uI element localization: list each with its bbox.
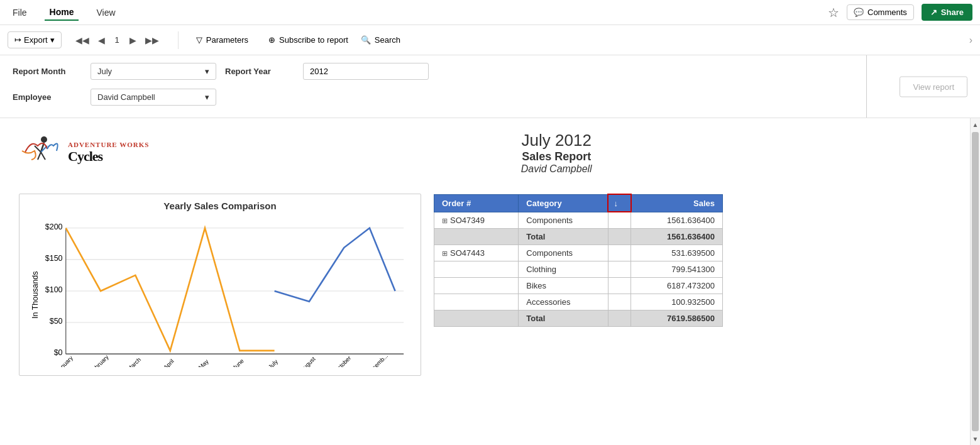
sales-cell: 1561.636400 — [631, 212, 723, 228]
search-button[interactable]: 🔍 Search — [361, 35, 400, 45]
menu-right-actions: ☆ 💬 Comments ↗ Share — [828, 4, 972, 21]
employee-value: David Campbell — [97, 92, 155, 102]
param-group-1: Report Month July ▾ Report Year Employee… — [13, 63, 429, 106]
sales-cell: 531.639500 — [631, 244, 723, 261]
report-month-row: Report Month July ▾ Report Year — [13, 63, 429, 80]
sales-cell: 799.541300 — [631, 261, 723, 277]
parameters-icon: ▽ — [196, 35, 202, 45]
total-value-cell: 7619.586500 — [631, 310, 723, 326]
sort-spacer — [608, 261, 630, 277]
logo-text: ADVENTURE WORKS Cycles — [68, 141, 149, 165]
comments-button[interactable]: 💬 Comments — [847, 4, 914, 20]
svg-text:$200: $200 — [45, 222, 63, 231]
total-text-cell: Total — [519, 310, 608, 326]
export-icon: ↦ — [14, 35, 21, 45]
total-spacer — [608, 228, 630, 244]
report-title-block: July 2012 Sales Report David Campbell — [162, 131, 951, 175]
toolbar-expand-button[interactable]: › — [969, 35, 972, 46]
table-row: Bikes 6187.473200 — [434, 277, 723, 294]
sort-button[interactable]: ↓ — [608, 194, 630, 212]
category-cell: Accessories — [519, 294, 608, 310]
report-body: Yearly Sales Comparison $200 $150 $100 $… — [0, 187, 970, 382]
report-title: Sales Report — [162, 150, 951, 163]
export-button[interactable]: ↦ Export ▾ — [8, 31, 62, 48]
sales-table-container: Order # Category ↓ Sales ⊞SO47349 Com — [434, 194, 723, 376]
dropdown-icon: ▾ — [205, 67, 209, 76]
favorite-button[interactable]: ☆ — [828, 5, 839, 20]
employee-select[interactable]: David Campbell ▾ — [91, 89, 216, 106]
sort-spacer — [608, 277, 630, 294]
search-icon: 🔍 — [361, 35, 371, 45]
order-cell-empty — [434, 261, 519, 277]
share-icon: ↗ — [930, 8, 937, 17]
table-row: ⊞SO47443 Components 531.639500 — [434, 244, 723, 261]
table-row: Accessories 100.932500 — [434, 294, 723, 310]
table-row: ⊞SO47349 Components 1561.636400 — [434, 212, 723, 228]
view-report-button[interactable]: View report — [900, 76, 967, 97]
svg-point-0 — [41, 136, 47, 143]
scroll-down-button[interactable]: ▼ — [971, 432, 980, 445]
share-button[interactable]: ↗ Share — [922, 4, 972, 21]
prev-page-button[interactable]: ◀ — [94, 33, 109, 48]
sales-table: Order # Category ↓ Sales ⊞SO47349 Com — [434, 194, 723, 327]
svg-text:Decemb...: Decemb... — [365, 352, 389, 367]
employee-row: Employee David Campbell ▾ — [13, 89, 429, 106]
page-number: 1 — [110, 35, 124, 45]
vertical-scrollbar[interactable]: ▲ ▼ — [970, 118, 980, 445]
order-cell: ⊞SO47443 — [434, 244, 519, 261]
scroll-thumb[interactable] — [972, 132, 979, 431]
subscribe-icon: ⊕ — [268, 35, 275, 45]
menu-view[interactable]: View — [91, 5, 120, 20]
svg-text:February: February — [88, 353, 110, 367]
menu-file[interactable]: File — [8, 5, 32, 20]
svg-text:$100: $100 — [45, 285, 63, 294]
last-page-button[interactable]: ▶▶ — [141, 33, 163, 48]
category-cell: Components — [519, 244, 608, 261]
total-spacer — [608, 310, 630, 326]
svg-text:August: August — [299, 355, 317, 367]
category-cell: Components — [519, 212, 608, 228]
order-cell-empty — [434, 277, 519, 294]
logo: ADVENTURE WORKS Cycles — [19, 133, 149, 173]
svg-text:June: June — [231, 357, 245, 367]
report-employee: David Campbell — [162, 163, 951, 175]
scroll-up-button[interactable]: ▲ — [971, 118, 980, 131]
svg-text:May: May — [197, 358, 210, 367]
yearly-sales-chart: Yearly Sales Comparison $200 $150 $100 $… — [19, 194, 421, 376]
order-cell: ⊞SO47349 — [434, 212, 519, 228]
total-label-cell — [434, 310, 519, 326]
menu-home[interactable]: Home — [45, 4, 79, 21]
col-sales: Sales — [631, 194, 723, 212]
svg-text:April: April — [162, 358, 175, 367]
first-page-button[interactable]: ◀◀ — [72, 33, 93, 48]
cycles-text: Cycles — [68, 148, 149, 165]
next-page-button[interactable]: ▶ — [126, 33, 140, 48]
table-row: Clothing 799.541300 — [434, 261, 723, 277]
svg-line-4 — [38, 152, 41, 160]
toolbar-right: › — [969, 35, 972, 46]
subscribe-button[interactable]: ⊕ Subscribe to report — [261, 32, 356, 48]
report-month-value: July — [97, 67, 112, 76]
total-label-cell — [434, 228, 519, 244]
report-year-input[interactable] — [303, 63, 429, 80]
sort-spacer — [608, 244, 630, 261]
expand-icon[interactable]: ⊞ — [442, 217, 448, 224]
report-month-select[interactable]: July ▾ — [91, 63, 216, 80]
total-value-cell: 1561.636400 — [631, 228, 723, 244]
adventure-works-text: ADVENTURE WORKS — [68, 141, 149, 148]
col-order: Order # — [434, 194, 519, 212]
params-separator — [866, 55, 867, 118]
parameters-area: Report Month July ▾ Report Year Employee… — [0, 55, 980, 118]
svg-text:$50: $50 — [50, 317, 63, 326]
sales-cell: 100.932500 — [631, 294, 723, 310]
total-row: Total 7619.586500 — [434, 310, 723, 326]
parameters-button[interactable]: ▽ Parameters — [189, 32, 256, 48]
report-month-year: July 2012 — [162, 131, 951, 150]
category-cell: Clothing — [519, 261, 608, 277]
comments-icon: 💬 — [854, 8, 864, 17]
category-cell: Bikes — [519, 277, 608, 294]
expand-icon[interactable]: ⊞ — [442, 250, 448, 257]
separator-1 — [178, 31, 179, 49]
svg-text:$150: $150 — [45, 254, 63, 263]
sort-spacer — [608, 294, 630, 310]
